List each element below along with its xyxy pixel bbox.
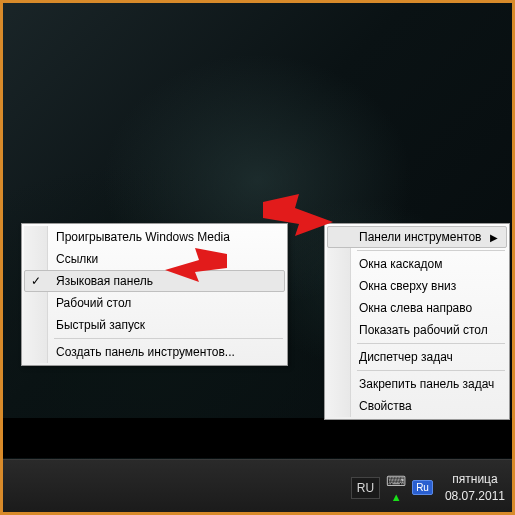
submenu-item-new-toolbar[interactable]: Создать панель инструментов... <box>24 341 285 363</box>
menu-separator <box>357 250 505 251</box>
submenu-item-language-panel[interactable]: ✓ Языковая панель <box>24 270 285 292</box>
menu-item-label: Закрепить панель задач <box>359 377 494 391</box>
menu-item-label: Окна каскадом <box>359 257 443 271</box>
menu-item-label: Диспетчер задач <box>359 350 453 364</box>
systray-group: ⌨ ▲ <box>386 473 406 503</box>
submenu-toolbars: Проигрыватель Windows Media Ссылки ✓ Язы… <box>21 223 288 366</box>
menu-item-cascade[interactable]: Окна каскадом <box>327 253 507 275</box>
taskbar[interactable]: RU ⌨ ▲ Ru пятница 08.07.2011 <box>0 459 515 515</box>
wallpaper-dark-strip <box>0 418 515 458</box>
menu-item-label: Окна слева направо <box>359 301 472 315</box>
menu-item-show-desktop[interactable]: Показать рабочий стол <box>327 319 507 341</box>
notification-icon[interactable]: ▲ <box>391 491 402 503</box>
menu-item-task-manager[interactable]: Диспетчер задач <box>327 346 507 368</box>
menu-separator <box>357 343 505 344</box>
menu-item-label: Показать рабочий стол <box>359 323 488 337</box>
submenu-item-label: Рабочий стол <box>56 296 131 310</box>
main-context-menu: Панели инструментов ▶ Окна каскадом Окна… <box>324 223 510 420</box>
submenu-item-quicklaunch[interactable]: Быстрый запуск <box>24 314 285 336</box>
language-badge-label: Ru <box>416 482 429 493</box>
menu-item-stack-horiz[interactable]: Окна слева направо <box>327 297 507 319</box>
clock-day: пятница <box>445 471 505 487</box>
language-badge[interactable]: Ru <box>412 480 433 495</box>
submenu-item-links[interactable]: Ссылки <box>24 248 285 270</box>
systray: ⌨ ▲ Ru <box>386 473 433 503</box>
clock-date: 08.07.2011 <box>445 488 505 504</box>
menu-separator <box>357 370 505 371</box>
submenu-item-label: Проигрыватель Windows Media <box>56 230 230 244</box>
taskbar-clock[interactable]: пятница 08.07.2011 <box>439 469 511 505</box>
submenu-item-wmp[interactable]: Проигрыватель Windows Media <box>24 226 285 248</box>
submenu-item-label: Быстрый запуск <box>56 318 145 332</box>
menu-item-toolbars[interactable]: Панели инструментов ▶ <box>327 226 507 248</box>
menu-separator <box>54 338 283 339</box>
submenu-arrow-icon: ▶ <box>490 232 498 243</box>
submenu-item-label: Ссылки <box>56 252 98 266</box>
menu-item-stack-vert[interactable]: Окна сверху вниз <box>327 275 507 297</box>
language-indicator[interactable]: RU <box>351 477 380 499</box>
menu-item-label: Панели инструментов <box>359 230 481 244</box>
menu-item-lock-taskbar[interactable]: Закрепить панель задач <box>327 373 507 395</box>
submenu-item-desktop[interactable]: Рабочий стол <box>24 292 285 314</box>
language-indicator-label: RU <box>357 481 374 495</box>
submenu-item-label: Создать панель инструментов... <box>56 345 235 359</box>
menu-item-properties[interactable]: Свойства <box>327 395 507 417</box>
submenu-item-label: Языковая панель <box>56 274 153 288</box>
menu-item-label: Окна сверху вниз <box>359 279 456 293</box>
check-icon: ✓ <box>31 274 41 288</box>
keyboard-icon[interactable]: ⌨ <box>386 473 406 489</box>
menu-item-label: Свойства <box>359 399 412 413</box>
